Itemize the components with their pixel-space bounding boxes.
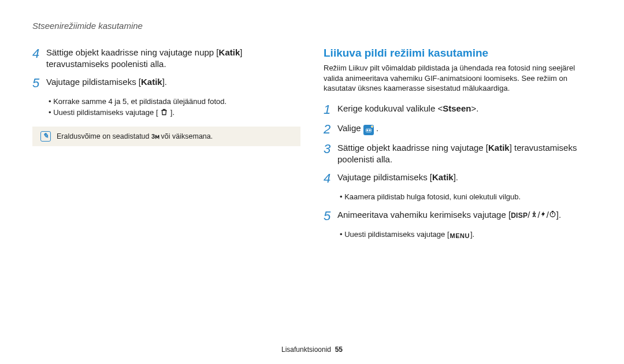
right-heading: Liikuva pildi režiimi kasutamine [324, 47, 592, 60]
disp-key-icon: DISP [511, 211, 528, 220]
note-text: Eraldusvõime on seadistatud 3ᴍ või väiks… [57, 132, 213, 140]
step-number-5r: 5 [324, 209, 337, 223]
right-step-4-text: Vajutage pildistamiseks [Katik]. [337, 172, 458, 183]
page-footer: Lisafunktsioonid 55 [0, 346, 624, 354]
page-section-header: Stseenirežiimide kasutamine [32, 21, 592, 31]
left-bullets: Korrake samme 4 ja 5, et pildistada ülej… [49, 96, 300, 120]
menu-key-icon: MENU [450, 231, 470, 241]
right-step-3-text: Sättige objekt kaadrisse ning vajutage [… [337, 142, 592, 166]
step-number-2: 2 [324, 122, 337, 136]
left-step-4-text: Sättige objekt kaadrisse ning vajutage n… [46, 47, 300, 70]
footer-label: Lisafunktsioonid [281, 346, 331, 354]
timer-icon [549, 210, 556, 220]
step-number-1: 1 [324, 103, 337, 117]
left-bullet-2: Uuesti pildistamiseks vajutage [ ]. [49, 107, 300, 120]
note-box: ✎ Eraldusvõime on seadistatud 3ᴍ või väi… [32, 127, 300, 146]
step-number-4: 4 [32, 47, 46, 61]
right-bullets-4: Kaamera pildistab hulga fotosid, kuni ol… [340, 191, 592, 203]
page-number: 55 [335, 346, 343, 354]
left-bullet-1: Korrake samme 4 ja 5, et pildistada ülej… [49, 96, 300, 107]
step-number-4r: 4 [324, 172, 337, 185]
svg-point-1 [369, 129, 370, 131]
right-bullet-4-1: Kaamera pildistab hulga fotosid, kuni ol… [340, 191, 592, 203]
flash-icon [540, 210, 547, 220]
right-column: Liikuva pildi režiimi kasutamine Režiim … [324, 47, 592, 248]
left-column: 4 Sättige objekt kaadrisse ning vajutage… [32, 47, 300, 248]
right-step-1-text: Kerige kodukuval valikule <Stseen>. [337, 103, 478, 114]
right-bullet-5-1: Uuesti pildistamiseks vajutage [MENU]. [340, 229, 592, 241]
step-number-3: 3 [324, 142, 337, 156]
right-bullets-5: Uuesti pildistamiseks vajutage [MENU]. [340, 229, 592, 241]
right-step-5-text: Animeeritava vahemiku kerimiseks vajutag… [337, 209, 561, 221]
step-number-5: 5 [32, 76, 46, 90]
svg-point-3 [550, 212, 555, 217]
note-info-icon: ✎ [40, 131, 51, 142]
right-step-2-text: Valige . [337, 122, 378, 135]
trash-icon [160, 108, 168, 120]
macro-icon [530, 210, 538, 220]
left-step-5-text: Vajutage pildistamiseks [Katik]. [46, 76, 167, 88]
moving-photo-mode-icon [363, 125, 374, 135]
svg-point-0 [366, 129, 368, 131]
right-intro: Režiim Liikuv pilt võimaldab pildistada … [324, 63, 592, 94]
resolution-3m-icon: 3ᴍ [151, 133, 159, 140]
